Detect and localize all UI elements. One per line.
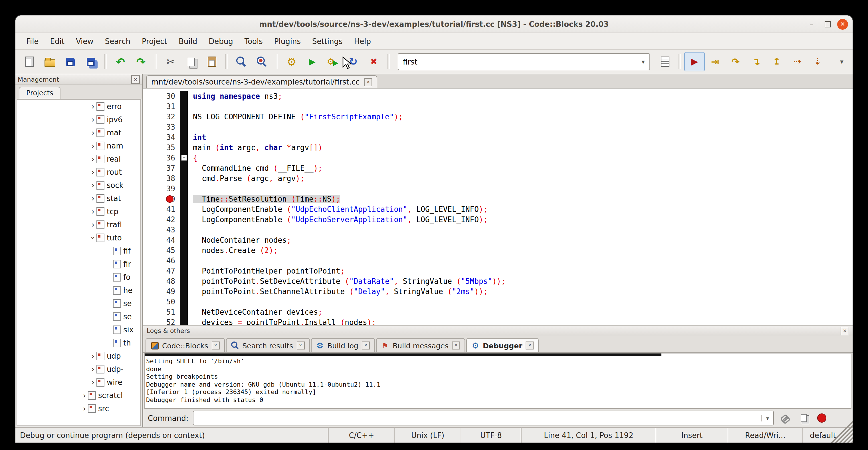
command-history-chevron-icon[interactable]: ▾	[761, 415, 773, 421]
menu-help[interactable]: Help	[349, 35, 376, 47]
chevron-collapsed-icon[interactable]: ›	[81, 391, 88, 400]
chevron-collapsed-icon[interactable]: ›	[90, 365, 96, 373]
code-line-44[interactable]: 44 NodeContainer nodes;	[143, 235, 852, 245]
code-line-36[interactable]: 36−{	[143, 152, 852, 163]
code-line-34[interactable]: 34int	[143, 132, 852, 142]
editor-tab-close-icon[interactable]: ✕	[364, 78, 372, 86]
management-close-icon[interactable]: ✕	[131, 75, 140, 84]
fold-marker-icon[interactable]: −	[181, 154, 187, 161]
save-button[interactable]	[60, 52, 81, 71]
maximize-button[interactable]	[821, 18, 834, 30]
tree-item-fir[interactable]: fir	[17, 258, 141, 271]
code-line-41[interactable]: 41 LogComponentEnable ("UdpEchoClientApp…	[143, 204, 852, 214]
copy-button[interactable]	[181, 52, 202, 71]
tree-item-six[interactable]: six	[17, 323, 141, 336]
logs-tab-close-icon[interactable]: ✕	[452, 341, 460, 350]
run-button[interactable]	[302, 52, 322, 71]
abort-build-button[interactable]	[364, 52, 384, 71]
find-button[interactable]	[231, 52, 252, 71]
tree-item-fif[interactable]: fif	[17, 244, 141, 258]
chevron-collapsed-icon[interactable]: ›	[90, 142, 96, 150]
logs-tab-close-icon[interactable]: ✕	[362, 341, 370, 350]
search-target-input[interactable]	[398, 57, 637, 66]
code-line-51[interactable]: 51 NetDeviceContainer devices;	[143, 307, 852, 317]
next-line-button[interactable]	[725, 52, 746, 71]
redo-button[interactable]	[131, 52, 151, 71]
copy-log-button[interactable]	[797, 411, 810, 425]
undo-button[interactable]	[110, 52, 131, 71]
tree-item-tcp[interactable]: ›tcp	[17, 205, 141, 218]
tree-item-wire[interactable]: ›wire	[17, 376, 141, 389]
code-line-43[interactable]: 43	[143, 224, 852, 235]
tree-item-he[interactable]: he	[17, 284, 141, 297]
close-button[interactable]: ✕	[837, 19, 848, 29]
chevron-collapsed-icon[interactable]: ›	[90, 194, 96, 203]
debug-continue-button[interactable]	[684, 52, 705, 71]
menu-settings[interactable]: Settings	[307, 35, 348, 47]
tree-item-rout[interactable]: ›rout	[17, 166, 141, 179]
code-line-48[interactable]: 48 pointToPoint.SetDeviceAttribute ("Dat…	[143, 276, 852, 286]
code-line-40[interactable]: 40 Time::SetResolution (Time::NS);	[143, 193, 852, 204]
chevron-collapsed-icon[interactable]: ›	[90, 378, 96, 387]
code-line-37[interactable]: 37 CommandLine cmd (__FILE__);	[143, 163, 852, 173]
logs-tab-build-log[interactable]: Build log✕	[311, 338, 375, 352]
code-line-47[interactable]: 47 PointToPointHelper pointToPoint;	[143, 266, 852, 276]
tree-item-real[interactable]: ›real	[17, 152, 141, 166]
tree-item-mat[interactable]: ›mat	[17, 126, 141, 139]
code-line-32[interactable]: 32NS_LOG_COMPONENT_DEFINE ("FirstScriptE…	[143, 111, 852, 122]
build-and-run-button[interactable]	[322, 52, 343, 71]
title-bar[interactable]: mnt/dev/tools/source/ns-3-dev/examples/t…	[16, 16, 852, 33]
code-line-35[interactable]: 35main (int argc, char *argv[])	[143, 142, 852, 152]
logs-tab-build-messages[interactable]: Build messages✕	[376, 338, 465, 352]
chevron-collapsed-icon[interactable]: ›	[90, 352, 96, 360]
chevron-collapsed-icon[interactable]: ›	[90, 220, 96, 229]
paste-button[interactable]	[202, 52, 222, 71]
tree-item-stat[interactable]: ›stat	[17, 192, 141, 205]
menu-project[interactable]: Project	[137, 35, 172, 47]
code-line-45[interactable]: 45 nodes.Create (2);	[143, 245, 852, 255]
code-line-38[interactable]: 38 cmd.Parse (argc, argv);	[143, 173, 852, 183]
rebuild-button[interactable]	[343, 52, 364, 71]
code-line-49[interactable]: 49 pointToPoint.SetChannelAttribute ("De…	[143, 286, 852, 296]
menu-build[interactable]: Build	[174, 35, 202, 47]
logs-tab-debugger[interactable]: Debugger✕	[466, 338, 539, 352]
code-line-30[interactable]: 30using namespace ns3;	[143, 91, 852, 101]
code-line-33[interactable]: 33	[143, 122, 852, 132]
code-editor[interactable]: 30using namespace ns3;3132NS_LOG_COMPONE…	[143, 89, 852, 325]
tree-item-udp[interactable]: ›udp	[17, 350, 141, 363]
code-line-52[interactable]: 52 devices = pointToPoint.Install (nodes…	[143, 317, 852, 325]
tree-item-scratcl[interactable]: ›scratcl	[17, 389, 141, 402]
tree-item-ipv6[interactable]: ›ipv6	[17, 113, 141, 126]
menu-search[interactable]: Search	[100, 35, 135, 47]
logs-tab-code-blocks[interactable]: Code::Blocks✕	[146, 338, 225, 352]
logs-close-icon[interactable]: ✕	[841, 326, 849, 335]
menu-tools[interactable]: Tools	[239, 35, 268, 47]
command-input[interactable]	[193, 414, 761, 422]
run-to-cursor-button[interactable]	[705, 52, 725, 71]
code-line-42[interactable]: 42 LogComponentEnable ("UdpEchoServerApp…	[143, 214, 852, 224]
logs-tab-close-icon[interactable]: ✕	[297, 341, 305, 350]
tree-item-se[interactable]: se	[17, 310, 141, 323]
chevron-collapsed-icon[interactable]: ›	[90, 128, 96, 137]
tab-projects[interactable]: Projects	[19, 87, 61, 99]
menu-plugins[interactable]: Plugins	[269, 35, 306, 47]
menu-view[interactable]: View	[71, 35, 99, 47]
build-button[interactable]	[281, 52, 302, 71]
tree-item-sock[interactable]: ›sock	[17, 179, 141, 192]
chevron-collapsed-icon[interactable]: ›	[90, 181, 96, 189]
tree-item-tuto[interactable]: ›tuto	[17, 231, 141, 244]
breakpoint-icon[interactable]	[166, 195, 174, 203]
chevron-expanded-icon[interactable]: ›	[89, 234, 97, 241]
open-button[interactable]	[39, 52, 60, 71]
new-file-button[interactable]	[19, 52, 39, 71]
toolbar-overflow-chevron-icon[interactable]: ▾	[834, 58, 849, 66]
debugger-log-area[interactable]: Setting SHELL to '/bin/sh'doneSetting br…	[144, 353, 851, 409]
tree-item-nam[interactable]: ›nam	[17, 139, 141, 152]
chevron-collapsed-icon[interactable]: ›	[90, 207, 96, 216]
menu-edit[interactable]: Edit	[45, 35, 70, 47]
code-line-46[interactable]: 46	[143, 255, 852, 266]
chevron-collapsed-icon[interactable]: ›	[90, 102, 96, 111]
report-button[interactable]	[655, 52, 675, 71]
tree-item-erro[interactable]: ›erro	[17, 100, 141, 113]
editor-tab-firstcc[interactable]: mnt/dev/tools/source/ns-3-dev/examples/t…	[146, 76, 377, 88]
